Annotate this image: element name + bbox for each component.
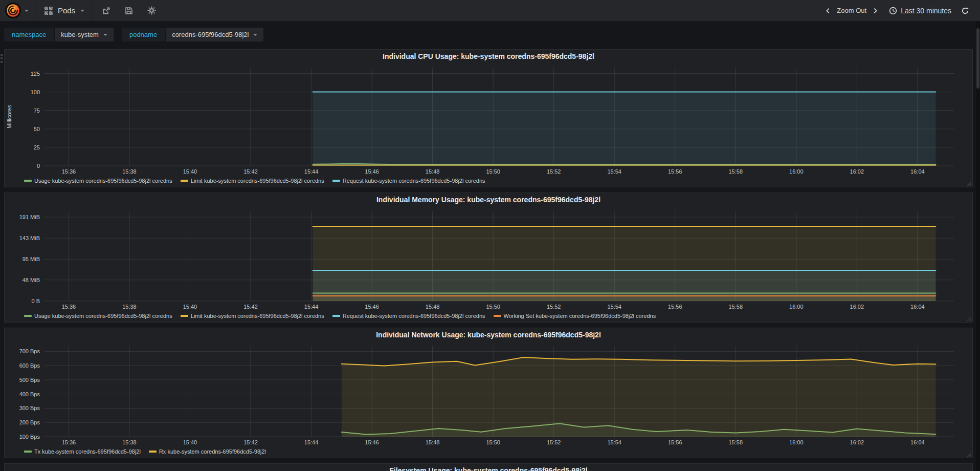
svg-text:0 B: 0 B [31,298,40,304]
svg-text:200 Bps: 200 Bps [19,419,40,425]
cpu-chart[interactable]: 15:3615:3815:4015:4215:4415:4615:4815:50… [5,63,972,177]
legend-item[interactable]: Limit kube-system coredns-695f96dcd5-98j… [181,313,324,319]
save-button[interactable] [118,0,140,21]
scrollbar-thumb[interactable] [976,28,979,89]
page-scrollbar[interactable] [976,21,980,471]
time-shift-forward-button[interactable] [868,3,882,18]
svg-text:15:50: 15:50 [486,439,500,445]
svg-text:400 Bps: 400 Bps [19,391,40,397]
time-range-picker[interactable]: Last 30 minutes [884,7,956,15]
svg-text:15:54: 15:54 [607,168,621,175]
svg-text:15:44: 15:44 [304,168,319,175]
chart-svg: 15:3615:3815:4015:4215:4415:4615:4815:50… [5,207,972,312]
legend-swatch [181,180,188,182]
legend-item[interactable]: Usage kube-system coredns-695f96dcd5-98j… [24,178,172,184]
svg-text:16:02: 16:02 [850,439,864,445]
legend-swatch [149,451,157,453]
legend-label: Request kube-system coredns-695f96dcd5-9… [343,313,485,319]
svg-text:15:46: 15:46 [365,304,379,310]
svg-text:15:52: 15:52 [547,168,561,175]
svg-text:15:40: 15:40 [183,304,197,310]
zoom-out-button[interactable]: Zoom Out [837,7,866,14]
svg-text:15:42: 15:42 [243,304,258,310]
svg-text:16:04: 16:04 [910,168,925,175]
caret-down-icon [103,34,107,36]
chart-legend: Usage kube-system coredns-695f96dcd5-98j… [5,177,972,187]
svg-text:15:50: 15:50 [486,304,500,310]
share-icon [102,7,110,15]
svg-text:48 MiB: 48 MiB [23,277,40,283]
legend-item[interactable]: Tx kube-system coredns-695f96dcd5-98j2l [24,448,141,455]
svg-text:25: 25 [34,144,40,151]
top-navbar: Pods Zoom Out [0,0,980,21]
legend-item[interactable]: Request kube-system coredns-695f96dcd5-9… [332,313,485,319]
chart-svg: 15:3615:3815:4015:4215:4415:4615:4815:50… [5,342,972,448]
svg-text:15:56: 15:56 [668,304,682,310]
panel-title[interactable]: Individual CPU Usage: kube-system coredn… [5,50,972,63]
time-shift-back-button[interactable] [821,3,835,18]
svg-text:15:46: 15:46 [365,168,379,175]
svg-text:15:48: 15:48 [426,304,440,310]
legend-label: Usage kube-system coredns-695f96dcd5-98j… [34,178,172,184]
svg-text:16:04: 16:04 [910,439,925,445]
memory-chart[interactable]: 15:3615:3815:4015:4215:4415:4615:4815:50… [5,207,972,312]
legend-swatch [24,451,32,453]
svg-text:15:36: 15:36 [62,439,76,445]
panel-title[interactable]: Individual Memory Usage: kube-system cor… [5,193,972,207]
panel-title[interactable]: Individual Network Usage: kube-system co… [5,328,972,342]
dashboard-grid-icon [44,7,53,15]
dashboard-picker[interactable]: Pods [36,0,93,21]
panel-network-usage: Individual Network Usage: kube-system co… [4,328,973,458]
legend-item[interactable]: Limit kube-system coredns-695f96dcd5-98j… [181,178,324,184]
svg-text:15:36: 15:36 [62,304,76,310]
svg-text:15:48: 15:48 [426,439,440,445]
template-variables-row: namespace kube-system podname coredns-69… [0,21,980,41]
svg-text:15:48: 15:48 [426,168,440,175]
panel-title[interactable]: Filesystem Usage: kube-system coredns-69… [5,464,972,471]
variable-podname-select[interactable]: coredns-695f96dcd5-98j2l [166,28,263,41]
grafana-logo [6,4,20,17]
time-range-label: Last 30 minutes [901,7,951,15]
legend-item[interactable]: Rx kube-system coredns-695f96dcd5-98j2l [149,448,266,455]
save-icon [125,7,133,15]
chevron-left-icon [825,7,832,14]
svg-text:16:00: 16:00 [789,304,804,310]
svg-text:100: 100 [31,89,40,95]
legend-swatch [494,315,501,317]
svg-text:125: 125 [31,71,40,77]
grafana-main-menu[interactable] [0,0,36,21]
svg-text:16:00: 16:00 [789,439,804,445]
svg-text:143 MiB: 143 MiB [19,235,40,241]
svg-text:15:38: 15:38 [122,168,137,175]
svg-text:50: 50 [34,126,40,132]
legend-item[interactable]: Usage kube-system coredns-695f96dcd5-98j… [24,313,172,319]
legend-label: Request kube-system coredns-695f96dcd5-9… [343,178,485,184]
legend-item[interactable]: Working Set kube-system coredns-695f96dc… [494,313,656,319]
chart-svg: 15:3615:3815:4015:4215:4415:4615:4815:50… [5,63,972,177]
variable-namespace-label: namespace [4,28,54,41]
svg-text:15:42: 15:42 [243,168,258,175]
panel-filesystem-usage: Filesystem Usage: kube-system coredns-69… [4,463,973,471]
refresh-button[interactable] [959,3,972,18]
legend-item[interactable]: Request kube-system coredns-695f96dcd5-9… [332,178,485,184]
svg-text:16:04: 16:04 [910,304,925,310]
caret-down-icon [25,10,29,12]
svg-text:15:38: 15:38 [122,304,137,310]
grafana-logo-icon[interactable] [5,3,21,18]
time-controls: Zoom Out Last 30 minutes [821,0,980,21]
legend-swatch [24,180,32,182]
panel-drag-grip[interactable] [1,54,3,63]
svg-text:Millicores: Millicores [6,105,12,129]
chevron-right-icon [872,7,879,14]
variable-podname: podname coredns-695f96dcd5-98j2l [122,28,264,41]
legend-label: Tx kube-system coredns-695f96dcd5-98j2l [34,448,141,455]
share-button[interactable] [95,0,118,21]
legend-swatch [181,315,188,317]
dashboard-panels: Individual CPU Usage: kube-system coredn… [0,41,980,471]
legend-swatch [332,180,340,182]
svg-text:15:40: 15:40 [183,168,197,175]
svg-text:15:58: 15:58 [729,304,743,310]
network-chart[interactable]: 15:3615:3815:4015:4215:4415:4615:4815:50… [5,342,972,448]
variable-namespace-select[interactable]: kube-system [55,28,114,41]
settings-button[interactable] [140,0,163,21]
